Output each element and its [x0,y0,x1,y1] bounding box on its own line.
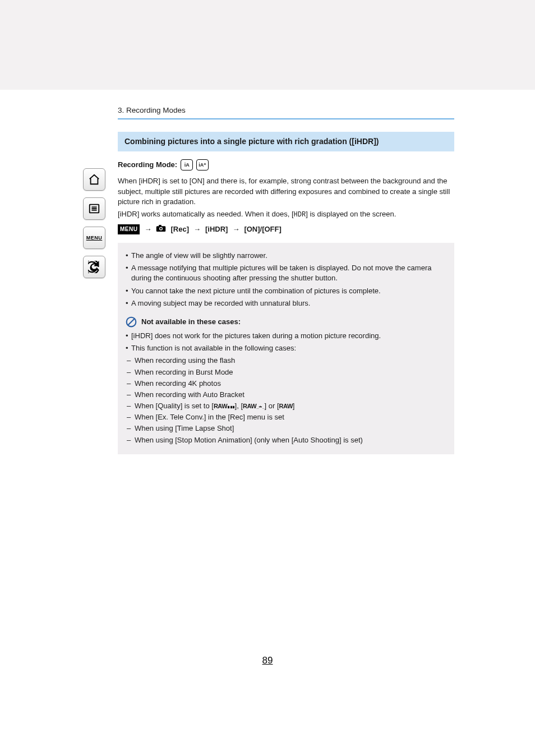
raw-glyph-1: RAW∎∎∎ [214,403,235,409]
side-nav: MENU [83,168,108,285]
na-subitem: When using [Stop Motion Animation] (only… [127,435,446,445]
not-available-header: Not available in these cases: [126,316,446,328]
recording-mode-row: Recording Mode: iA iA⁺ [118,159,454,170]
na-subitem-quality: When [Quality] is set to [RAW∎∎∎], [RAW_… [127,401,446,411]
intro-p2-a: [iHDR] works automatically as needed. Wh… [118,210,294,218]
mode-icon-ia-plus: iA⁺ [196,159,209,170]
intro-p2-b: ] is displayed on the screen. [306,210,396,218]
camera-icon [156,224,166,235]
top-background-band [0,0,535,90]
back-button[interactable] [83,256,105,278]
prohibit-icon [126,316,137,328]
na-subitem: When recording in Burst Mode [127,367,446,377]
na-subitem: When recording with Auto Bracket [127,390,446,400]
home-button[interactable] [83,168,105,191]
svg-line-9 [128,319,135,325]
menu-badge: MENU [118,224,140,234]
section-heading: Combining pictures into a single picture… [118,132,454,152]
menu-button[interactable]: MENU [83,227,105,249]
na-subitem: When recording 4K photos [127,379,446,389]
na-bullet: This function is not available in the fo… [126,343,446,353]
menu-ihdr: [iHDR] [205,224,228,234]
menu-rec: [Rec] [170,224,189,234]
notes-list: The angle of view will be slightly narro… [126,251,446,308]
breadcrumb: 3. Recording Modes [118,105,454,116]
quality-suffix: ] [293,402,295,410]
note-item: You cannot take the next picture until t… [126,286,446,296]
menu-icon: MENU [86,235,103,241]
notes-box: The angle of view will be slightly narro… [118,243,454,454]
section-divider [118,118,454,119]
na-subitem: When using [Time Lapse Shot] [127,423,446,434]
quality-mid2: ] or [ [265,402,279,410]
menu-onoff: [ON]/[OFF] [244,224,281,234]
na-subitem: When [Ex. Tele Conv.] in the [Rec] menu … [127,412,446,422]
intro-paragraph-2: [iHDR] works automatically as needed. Wh… [118,209,454,220]
svg-rect-5 [159,225,162,227]
recording-mode-label: Recording Mode: [118,160,177,170]
raw-glyph-3: RAW [279,403,293,409]
na-bullet: [iHDR] does not work for the pictures ta… [126,331,446,341]
arrow-icon: → [193,224,201,234]
note-item: A message notifying that multiple pictur… [126,263,446,283]
contents-button[interactable] [83,197,105,220]
note-item: The angle of view will be slightly narro… [126,251,446,261]
hdr-glyph: HDR [294,211,306,219]
toc-icon [88,202,100,215]
page-number[interactable]: 89 [0,655,535,666]
back-icon [88,261,100,273]
home-icon [88,173,100,186]
menu-path: MENU → [Rec] → [iHDR] → [ON]/[OFF] [118,224,454,235]
raw-glyph-2: RAW_∸_ [243,403,265,409]
intro-paragraph-1: When [iHDR] is set to [ON] and there is,… [118,176,454,207]
quality-mid1: ], [ [235,402,243,410]
arrow-icon: → [144,224,151,234]
quality-prefix: When [Quality] is set to [ [135,402,214,410]
note-item: A moving subject may be recorded with un… [126,298,446,308]
page-content: 3. Recording Modes Combining pictures in… [118,105,454,454]
svg-point-7 [160,228,162,229]
not-available-list: [iHDR] does not work for the pictures ta… [126,331,446,353]
mode-icon-ia: iA [181,159,193,170]
na-subitem: When recording using the flash [127,356,446,366]
not-available-sublist: When recording using the flash When reco… [126,356,446,445]
arrow-icon: → [232,224,239,234]
not-available-title: Not available in these cases: [141,317,241,327]
